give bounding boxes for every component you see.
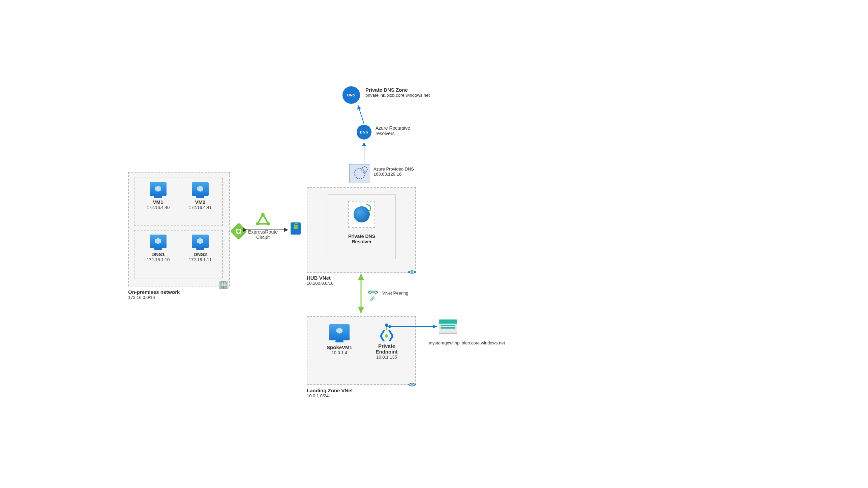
dns-resolver-icon [348,201,375,228]
onprem-dns-group: DNS1 172.16.1.10 DNS2 172.16.1.11 [134,230,223,278]
spoke-vm-ip: 10.0.1.4 [318,350,361,355]
onprem-label: On-premises network 172.16.0.0/16 [128,289,180,300]
dns2-name: DNS2 [182,251,219,257]
expressroute-label: ExpressRoute Circuit [248,229,278,240]
svg-line-6 [358,105,364,124]
spoke-vm: SpokeVM1 10.0.1.4 [318,324,361,355]
hub-title: HUB VNet [307,275,334,281]
vpn-gateway-icon [291,222,301,235]
recursive-label: Azure Recursive resolvers [376,125,410,136]
dns2-ip: 172.16.1.11 [182,257,219,262]
onprem-cidr: 172.16.0.0/16 [128,295,180,300]
building-icon: 🏢 [218,280,229,289]
private-dns-zone-icon: DNS [342,86,360,104]
vm-icon [329,324,350,340]
azure-provided-dns-label: Azure Provided DNS 168.63.129.16 [373,166,414,177]
azure-dns-title: Azure Provided DNS [373,166,414,172]
diagram-canvas: VM1 172.16.4.40 VM2 172.16.4.41 DNS1 172… [0,0,868,488]
vm2-ip: 172.16.4.41 [182,205,219,210]
vm2: VM2 172.16.4.41 [182,182,219,210]
dns1-name: DNS1 [140,251,177,257]
private-endpoint-icon [366,324,407,340]
peering-label: VNet Peering [382,291,408,296]
gear-icon [349,164,370,183]
vm-icon [192,182,209,196]
private-dns-zone-label: Private DNS Zone privatelink.blob.core.w… [365,87,430,98]
vm-icon [192,235,209,248]
onprem-title: On-premises network [128,289,180,295]
private-endpoint: Private Endpoint 10.0.1.135 [366,324,407,360]
vm1-ip: 172.16.4.40 [140,205,177,210]
recursive-resolvers-icon: DNS [357,125,371,140]
storage-fqdn: mystoragewithpl.blob.core.windows.net [429,340,505,345]
route-icon [233,225,245,237]
pe-name: Private Endpoint [366,343,407,355]
vnet-icon: <•••> [367,288,377,296]
expressroute-svg [256,213,270,226]
dns1-ip: 172.16.1.10 [140,257,177,262]
storage-icon [439,319,457,333]
hub-label: HUB VNet 10.100.0.0/16 [307,275,334,286]
dns2: DNS2 172.16.1.11 [182,235,219,262]
azure-dns-ip: 168.63.129.16 [373,172,414,177]
dns1: DNS1 172.16.1.10 [140,235,177,262]
vnet-icon: <•> [408,268,415,276]
spoke-vm-name: SpokeVM1 [318,344,361,350]
vm-icon [150,182,167,196]
svg-point-8 [385,324,388,327]
zone-title: Private DNS Zone [365,87,430,93]
dns-icon: DNS [342,86,360,104]
hub-vnet-box: Private DNS Resolver [307,187,416,273]
pe-ip: 10.0.1.135 [366,355,407,360]
vm1-name: VM1 [140,199,177,205]
vm1: VM1 172.16.4.40 [140,182,177,210]
spoke-label: Landing Zone VNet 10.0.1.0/24 [307,388,353,398]
pe-svg [377,323,396,341]
onprem-network-box: VM1 172.16.4.40 VM2 172.16.4.41 DNS1 172… [128,172,230,286]
zone-name: privatelink.blob.core.windows.net [365,93,430,98]
spoke-cidr: 10.0.1.0/24 [307,393,353,398]
hub-cidr: 10.100.0.0/16 [307,281,334,286]
vnet-peering-icon: <•••> 🔗 [367,288,377,301]
dns-icon: DNS [357,125,371,140]
vm2-name: VM2 [182,199,219,205]
azure-provided-dns-box [349,164,370,183]
dns-resolver-label: Private DNS Resolver [328,234,395,244]
spoke-title: Landing Zone VNet [307,388,353,393]
expressroute-icon [256,213,270,226]
chain-icon: 🔗 [367,296,377,301]
private-dns-resolver-box: Private DNS Resolver [328,194,396,259]
vnet-icon: <•> [408,381,415,389]
onprem-vm-group: VM1 172.16.4.40 VM2 172.16.4.41 [134,178,223,226]
spoke-vnet-box: SpokeVM1 10.0.1.4 Private Endpoint 10.0.… [307,316,416,385]
vm-icon [150,235,167,248]
connector-vnet-peering [359,272,363,315]
svg-point-10 [385,334,388,338]
